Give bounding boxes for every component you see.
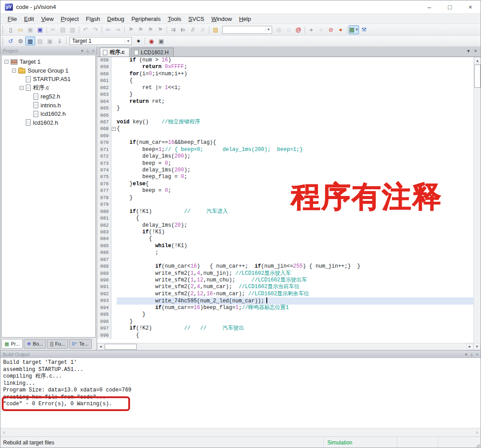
- code-text[interactable]: }: [117, 311, 473, 318]
- menu-svcs[interactable]: SVCS: [185, 15, 208, 23]
- menu-view[interactable]: View: [37, 15, 57, 23]
- breakpoint-enable-icon[interactable]: ○: [316, 25, 326, 34]
- tree-item-3[interactable]: -程序.c: [2, 84, 95, 93]
- workspace-tab-0[interactable]: ▦Pr...: [1, 339, 23, 349]
- collapse-icon[interactable]: -: [112, 127, 116, 131]
- code-text[interactable]: write_sfm2(2,12,16-num_car); //LCD1602显示…: [117, 291, 473, 297]
- tree-item-7[interactable]: lcd1602.h: [2, 118, 95, 127]
- batch-build-icon[interactable]: ▤: [35, 37, 45, 45]
- code-text[interactable]: return 0xFFFF;: [117, 64, 473, 70]
- code-text[interactable]: {: [117, 332, 473, 339]
- code-line[interactable]: 076 }else{: [97, 181, 473, 187]
- tree-item-6[interactable]: lcd1602.h: [2, 110, 95, 118]
- code-line[interactable]: 061 {: [97, 77, 473, 84]
- code-text[interactable]: delay_1ms(20);: [117, 222, 473, 229]
- comment-selection-icon[interactable]: //: [188, 25, 198, 34]
- code-line[interactable]: 087: [97, 257, 473, 263]
- menu-flash[interactable]: Flash: [82, 15, 104, 23]
- code-line[interactable]: 066: [97, 112, 473, 119]
- code-text[interactable]: return ret;: [117, 98, 473, 105]
- configure-flash-icon[interactable]: ▨: [211, 25, 220, 34]
- code-line[interactable]: 079: [97, 201, 473, 208]
- bookmark-toggle-icon[interactable]: ⚑: [126, 25, 136, 34]
- stop-build-icon[interactable]: ▣: [45, 37, 55, 45]
- resize-grip[interactable]: ◢: [473, 437, 481, 448]
- code-text[interactable]: beep = 0;: [117, 187, 473, 194]
- menu-tools[interactable]: Tools: [164, 15, 185, 23]
- code-line[interactable]: 095 }: [97, 311, 473, 318]
- tree-item-4[interactable]: reg52.h: [2, 92, 95, 101]
- code-text[interactable]: beep=1;// { beep=0; delay_1ms(200); beep…: [117, 147, 473, 153]
- collapse-icon[interactable]: -: [12, 69, 16, 73]
- code-line[interactable]: 097 if(!K2) // // 汽车驶出: [97, 325, 473, 332]
- breakpoint-kill-all-icon[interactable]: ●: [336, 25, 346, 34]
- menu-file[interactable]: File: [4, 15, 20, 23]
- find-next-icon[interactable]: ◎: [274, 25, 284, 34]
- code-text[interactable]: ;: [117, 249, 473, 256]
- redo-icon[interactable]: ↷: [90, 25, 100, 34]
- code-line[interactable]: 077 beep = 0;: [97, 187, 473, 194]
- bookmark-prev-icon[interactable]: ⚑: [136, 25, 146, 34]
- code-line[interactable]: 068-{: [97, 126, 473, 132]
- code-text[interactable]: }: [117, 91, 473, 98]
- code-line[interactable]: 063 }: [97, 91, 473, 98]
- new-file-icon[interactable]: ▯: [6, 25, 16, 34]
- code-text[interactable]: {: [117, 126, 473, 132]
- translate-file-icon[interactable]: ↺: [6, 37, 16, 45]
- navigate-forward-icon[interactable]: ⇒: [113, 25, 123, 34]
- code-line[interactable]: 090 write_sfm2(1,12,num_chu); //LCD1602显…: [97, 277, 473, 284]
- code-line[interactable]: 073 beep = 0;: [97, 160, 473, 167]
- panel-close-icon[interactable]: ×: [476, 352, 478, 357]
- code-text[interactable]: [117, 257, 473, 263]
- code-line[interactable]: 060 for(i=0;i<num;i++): [97, 71, 473, 77]
- vertical-scroll-thumb[interactable]: [474, 65, 481, 88]
- scroll-right-icon[interactable]: ►: [466, 343, 473, 350]
- scroll-left-icon[interactable]: ‹: [3, 429, 5, 436]
- build-output-scrollbar[interactable]: ‹ ›: [0, 428, 481, 436]
- tree-item-5[interactable]: intrins.h: [2, 101, 95, 110]
- code-line[interactable]: 070 if(num_car==16&&beep_flag){: [97, 139, 473, 146]
- breakpoint-toggle-icon[interactable]: ●: [306, 25, 316, 34]
- code-line[interactable]: 072 delay_1ms(200);: [97, 153, 473, 160]
- code-text[interactable]: {: [117, 77, 473, 84]
- menu-window[interactable]: Window: [208, 15, 235, 23]
- code-line[interactable]: 081 {: [97, 215, 473, 222]
- navigate-back-icon[interactable]: ⇐: [103, 25, 113, 34]
- save-all-icon[interactable]: ▣: [35, 25, 45, 34]
- code-line[interactable]: 086 ;: [97, 249, 473, 256]
- code-line[interactable]: 065}: [97, 105, 473, 112]
- chevron-down-icon[interactable]: ▼: [125, 39, 131, 43]
- code-text[interactable]: }else{: [117, 181, 473, 187]
- code-text[interactable]: {: [117, 236, 473, 242]
- code-line[interactable]: 069: [97, 133, 473, 139]
- scroll-down-icon[interactable]: ▼: [473, 343, 481, 350]
- code-line[interactable]: 074 delay_1ms(200);: [97, 167, 473, 174]
- code-line[interactable]: 089 write_sfm2(1,4,num_jin); //LCD1602显示…: [97, 270, 473, 277]
- breakpoint-disable-icon[interactable]: ⊘: [326, 25, 336, 34]
- code-text[interactable]: if(num_car==16&&beep_flag){: [117, 139, 473, 146]
- build-output-log[interactable]: Build target 'Target 1'assembling STARTU…: [0, 358, 481, 428]
- code-line[interactable]: 092 write_sfm2(2,12,16-num_car); //LCD16…: [97, 291, 473, 297]
- code-text[interactable]: delay_1ms(200);: [117, 153, 473, 160]
- code-line[interactable]: 085 while(!K1): [97, 243, 473, 249]
- tree-item-0[interactable]: -Target 1: [2, 57, 95, 66]
- start-debug-session-icon[interactable]: ◉: [147, 37, 156, 45]
- download-flash-icon[interactable]: ⇓: [55, 37, 65, 45]
- workspace-tab-3[interactable]: 0⁺Te...: [69, 339, 92, 349]
- minimize-button[interactable]: –: [419, 0, 440, 13]
- editor-vertical-scrollbar[interactable]: ▲: [473, 57, 481, 343]
- cut-icon[interactable]: ✂: [48, 25, 58, 34]
- maximize-button[interactable]: □: [440, 0, 460, 13]
- code-text[interactable]: }: [117, 318, 473, 325]
- memory-window-icon[interactable]: ▦▼: [349, 25, 359, 34]
- menu-edit[interactable]: Edit: [20, 15, 37, 23]
- collapse-icon[interactable]: -: [20, 86, 24, 90]
- scroll-up-icon[interactable]: ▲: [474, 57, 481, 64]
- code-line[interactable]: 093 write_74hc595(num_2_led(num_car));: [97, 297, 473, 304]
- code-line[interactable]: 059 return 0xFFFF;: [97, 64, 473, 70]
- scroll-left-icon[interactable]: ◄: [97, 343, 104, 350]
- configure-tools-icon[interactable]: ⚒: [359, 25, 369, 34]
- editor-tab-0[interactable]: 程序.c: [100, 48, 130, 57]
- collapse-icon[interactable]: -: [4, 60, 8, 64]
- code-line[interactable]: 062 ret |= 1<<i;: [97, 85, 473, 91]
